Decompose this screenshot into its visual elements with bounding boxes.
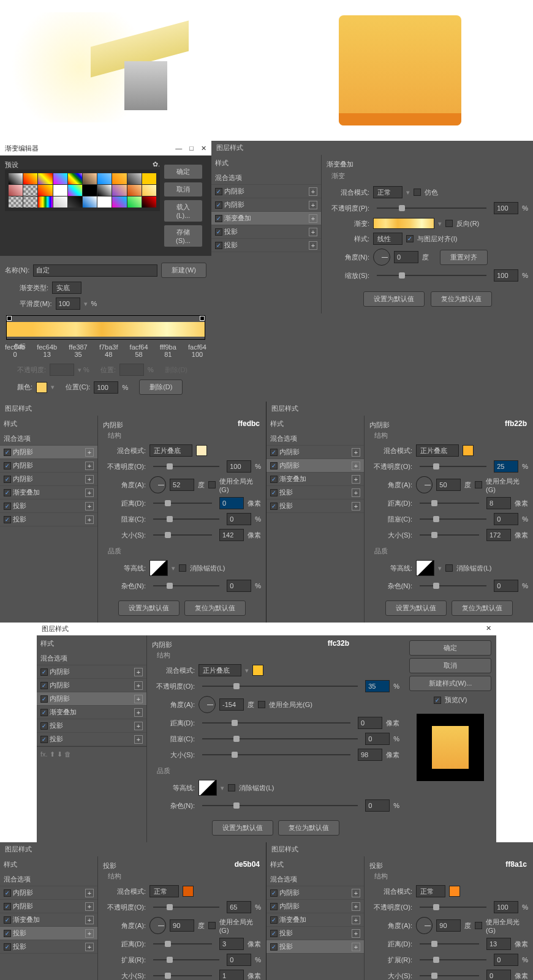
stop-section-label: 色标 (13, 342, 206, 351)
stop-opacity-label: 不透明度: (17, 365, 46, 375)
maximize-icon[interactable]: □ (189, 144, 194, 152)
pos-label: 位置(C): (66, 383, 90, 392)
cancel-button[interactable]: 取消 (164, 182, 203, 197)
styles-header: 样式 (211, 155, 321, 171)
preview-checkbox[interactable] (434, 697, 441, 704)
angle-input[interactable] (394, 251, 418, 263)
style-item[interactable]: 内阴影+ (211, 198, 321, 212)
load-button[interactable]: 载入(L)... (164, 200, 203, 222)
gradient-preview[interactable] (373, 218, 434, 229)
style-item[interactable]: 投影+ (211, 225, 321, 239)
style-item[interactable]: 内阴影+ (0, 459, 97, 473)
pos-input[interactable] (94, 381, 118, 394)
close-icon[interactable]: ✕ (201, 144, 206, 152)
cancel-button[interactable]: 取消 (409, 658, 491, 673)
dither-checkbox[interactable] (414, 189, 421, 196)
hex-annotation: ffedbc (238, 419, 260, 428)
type-select[interactable]: 实底 (52, 282, 81, 294)
name-label: 名称(N): (5, 266, 29, 275)
new-button[interactable]: 新建(W) (161, 263, 206, 278)
overlay-title: 渐变叠加 (327, 160, 528, 169)
align-checkbox[interactable] (406, 235, 414, 242)
default-button[interactable]: 设置为默认值 (363, 291, 425, 307)
type-label: 渐变类型: (20, 283, 48, 293)
preview-thumbnail (417, 714, 484, 781)
style-item[interactable]: 投影+ (0, 513, 97, 526)
shape-book (339, 15, 461, 125)
opacity-input[interactable] (494, 202, 518, 214)
style-item[interactable]: 投影+ (211, 239, 321, 252)
minimize-icon[interactable]: ― (175, 144, 182, 152)
color-chip[interactable] (36, 382, 47, 393)
style-select[interactable]: 线性 (373, 233, 403, 245)
delete-button[interactable]: 删除(D) (139, 380, 183, 395)
gradient-editor-title: 渐变编辑器 (5, 144, 39, 153)
style-item[interactable]: 内阴影+ (211, 185, 321, 198)
new-style-button[interactable]: 新建样式(W)... (409, 676, 491, 691)
style-item[interactable]: 内阴影+ (0, 473, 97, 486)
blending-options[interactable]: 混合选项 (0, 432, 97, 446)
name-input[interactable] (33, 264, 157, 277)
reset-align-button[interactable]: 重置对齐 (440, 250, 488, 265)
illustration-area (0, 0, 533, 141)
reverse-checkbox[interactable] (445, 220, 453, 227)
color-chip[interactable] (196, 445, 207, 456)
gear-icon[interactable]: ✿. (153, 160, 160, 170)
blend-select[interactable]: 正片叠底 (149, 444, 192, 457)
scale-slider[interactable] (377, 275, 486, 276)
angle-dial[interactable] (373, 249, 390, 266)
layer-style-title: 图层样式 (211, 141, 533, 155)
blend-select[interactable]: 正常 (373, 186, 403, 198)
plus-icon[interactable]: + (309, 187, 317, 196)
contour-picker[interactable] (149, 560, 168, 576)
gradient-editor-titlebar: 渐变编辑器 ― □ ✕ (0, 141, 211, 155)
hex-annotation: ffb22b (505, 419, 527, 428)
style-item[interactable]: 渐变叠加+ (0, 486, 97, 499)
save-button[interactable]: 存储(S)... (164, 225, 203, 247)
reset-button[interactable]: 复位为默认值 (431, 291, 492, 307)
close-icon[interactable]: ✕ (486, 624, 491, 634)
gradient-presets[interactable] (5, 170, 160, 211)
opacity-slider[interactable] (377, 208, 486, 209)
ok-button[interactable]: 确定 (409, 640, 491, 656)
scale-input[interactable] (494, 269, 518, 282)
smooth-label: 平滑度(M): (20, 299, 52, 309)
presets-label: 预设 (5, 160, 18, 170)
style-item[interactable]: 投影+ (0, 499, 97, 513)
blending-options[interactable]: 混合选项 (211, 171, 321, 185)
color-label: 颜色: (17, 383, 32, 392)
style-item[interactable]: 内阴影+ (0, 446, 97, 459)
gradient-bar[interactable] (7, 322, 205, 337)
style-item-active[interactable]: 渐变叠加+ (211, 212, 321, 225)
smooth-input[interactable] (56, 297, 80, 310)
shape-cross-cube (72, 34, 195, 107)
ok-button[interactable]: 确定 (164, 164, 203, 179)
